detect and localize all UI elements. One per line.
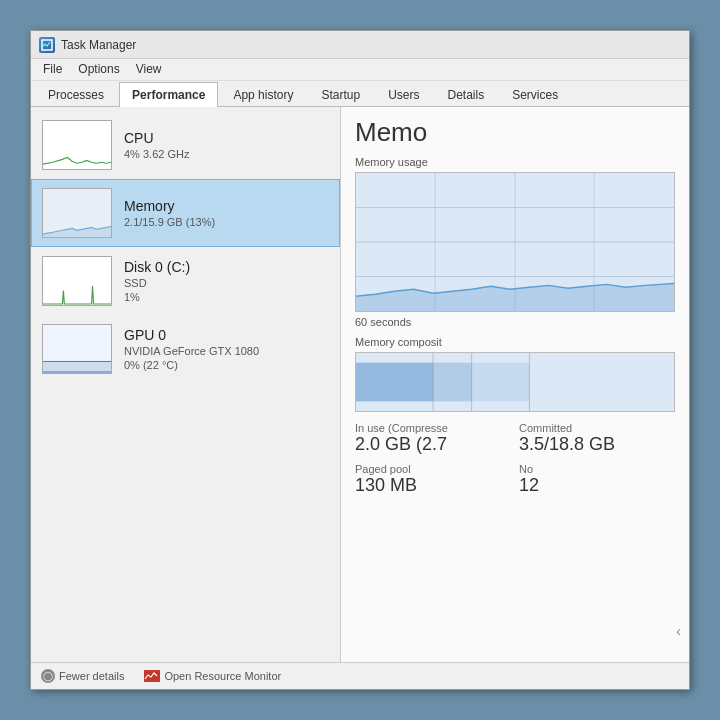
stat-in-use-label: In use (Compresse [355, 422, 511, 434]
stat-no-label: No [519, 463, 675, 475]
disk-usage: 1% [124, 291, 190, 303]
tab-app-history[interactable]: App history [220, 82, 306, 107]
resource-monitor-label: Open Resource Monitor [164, 670, 281, 682]
composition-label: Memory composit [355, 336, 675, 348]
tab-bar: Processes Performance App history Startu… [31, 81, 689, 107]
title-bar: Task Manager [31, 31, 689, 59]
cpu-info: CPU 4% 3.62 GHz [124, 130, 189, 160]
device-item-memory[interactable]: Memory 2.1/15.9 GB (13%) [31, 179, 340, 247]
stat-committed: Committed 3.5/18.8 GB [519, 422, 675, 455]
menu-bar: File Options View [31, 59, 689, 81]
menu-view[interactable]: View [128, 61, 170, 78]
memory-info: Memory 2.1/15.9 GB (13%) [124, 198, 215, 228]
cpu-label: CPU [124, 130, 189, 146]
open-resource-monitor-link[interactable]: Open Resource Monitor [144, 670, 281, 682]
fewer-details-icon: ◯ [41, 669, 55, 683]
stat-paged-value: 130 MB [355, 475, 511, 496]
menu-file[interactable]: File [35, 61, 70, 78]
disk-info: Disk 0 (C:) SSD 1% [124, 259, 190, 303]
cpu-thumbnail [42, 120, 112, 170]
resource-monitor-icon [144, 670, 160, 682]
stats-grid: In use (Compresse 2.0 GB (2.7 Committed … [355, 422, 675, 496]
svg-rect-17 [356, 363, 433, 402]
tab-performance[interactable]: Performance [119, 82, 218, 107]
usage-chart-label: Memory usage [355, 156, 675, 168]
device-item-gpu[interactable]: GPU 0 NVIDIA GeForce GTX 1080 0% (22 °C) [31, 315, 340, 383]
window-title: Task Manager [61, 38, 136, 52]
svg-rect-19 [472, 363, 530, 402]
menu-options[interactable]: Options [70, 61, 127, 78]
memory-usage-chart [355, 172, 675, 312]
disk-label: Disk 0 (C:) [124, 259, 190, 275]
stat-paged-pool: Paged pool 130 MB [355, 463, 511, 496]
svg-rect-6 [43, 361, 111, 373]
scroll-indicator: ‹ [676, 623, 681, 639]
device-list: CPU 4% 3.62 GHz Memory 2.1/15.9 GB (13%) [31, 107, 341, 662]
time-label: 60 seconds [355, 316, 675, 328]
app-icon [39, 37, 55, 53]
device-item-disk[interactable]: Disk 0 (C:) SSD 1% [31, 247, 340, 315]
stat-committed-value: 3.5/18.8 GB [519, 434, 675, 455]
tab-startup[interactable]: Startup [308, 82, 373, 107]
stat-no: No 12 [519, 463, 675, 496]
fewer-details-label: Fewer details [59, 670, 124, 682]
tab-users[interactable]: Users [375, 82, 432, 107]
memory-thumbnail [42, 188, 112, 238]
memory-label: Memory [124, 198, 215, 214]
gpu-label: GPU 0 [124, 327, 259, 343]
gpu-usage: 0% (22 °C) [124, 359, 259, 371]
gpu-model: NVIDIA GeForce GTX 1080 [124, 345, 259, 357]
disk-thumbnail [42, 256, 112, 306]
disk-type: SSD [124, 277, 190, 289]
tab-services[interactable]: Services [499, 82, 571, 107]
panel-title: Memo [355, 117, 675, 148]
svg-rect-4 [43, 257, 111, 305]
task-manager-window: Task Manager File Options View Processes… [30, 30, 690, 690]
stat-in-use-value: 2.0 GB (2.7 [355, 434, 511, 455]
tab-processes[interactable]: Processes [35, 82, 117, 107]
stat-in-use: In use (Compresse 2.0 GB (2.7 [355, 422, 511, 455]
device-item-cpu[interactable]: CPU 4% 3.62 GHz [31, 111, 340, 179]
cpu-stats: 4% 3.62 GHz [124, 148, 189, 160]
memory-stats: 2.1/15.9 GB (13%) [124, 216, 215, 228]
stat-committed-label: Committed [519, 422, 675, 434]
detail-panel: Memo Memory usage [341, 107, 689, 662]
memory-composition-chart [355, 352, 675, 412]
bottom-bar: ◯ Fewer details Open Resource Monitor [31, 662, 689, 689]
svg-rect-18 [433, 363, 472, 402]
fewer-details-link[interactable]: ◯ Fewer details [41, 669, 124, 683]
gpu-info: GPU 0 NVIDIA GeForce GTX 1080 0% (22 °C) [124, 327, 259, 371]
main-content: CPU 4% 3.62 GHz Memory 2.1/15.9 GB (13%) [31, 107, 689, 662]
stat-no-value: 12 [519, 475, 675, 496]
tab-details[interactable]: Details [434, 82, 497, 107]
gpu-thumbnail [42, 324, 112, 374]
stat-paged-label: Paged pool [355, 463, 511, 475]
